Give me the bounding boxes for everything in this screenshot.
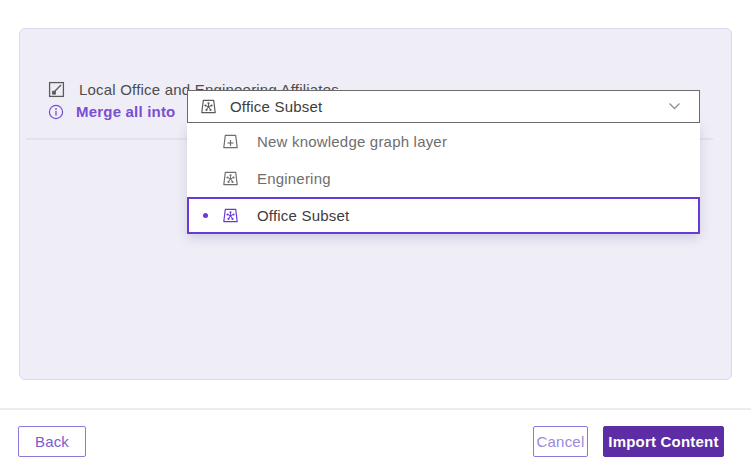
merge-into-row: Merge all into [48,95,175,128]
new-knowledge-graph-layer-icon [222,133,239,150]
merge-into-label: Merge all into [76,103,175,120]
info-circle-icon[interactable] [48,104,64,120]
knowledge-graph-layer-icon [200,98,217,115]
dropdown-option-enginering[interactable]: Enginering [187,160,700,197]
import-content-button[interactable]: Import Content [603,426,724,457]
knowledge-graph-layer-icon [222,170,239,187]
dropdown-option-new-knowledge-graph-layer[interactable]: New knowledge graph layer [187,123,700,160]
back-button[interactable]: Back [18,426,86,457]
merge-target-select-value: Office Subset [230,98,668,115]
dropdown-option-office-subset-selected[interactable]: Office Subset [187,197,700,234]
merge-target-dropdown: New knowledge graph layer Enginering [187,123,700,234]
knowledge-graph-layer-icon [222,207,239,224]
chevron-down-icon [668,102,681,111]
dropdown-option-label: New knowledge graph layer [257,133,447,150]
selected-bullet-icon [203,213,208,218]
dropdown-option-label: Enginering [257,170,331,187]
footer-divider [0,408,751,410]
dropdown-option-label: Office Subset [257,207,349,224]
merge-target-select[interactable]: Office Subset [187,90,700,123]
cancel-button[interactable]: Cancel [533,426,588,457]
import-content-dialog: Local Office and Engineering Affiliates … [0,0,751,470]
